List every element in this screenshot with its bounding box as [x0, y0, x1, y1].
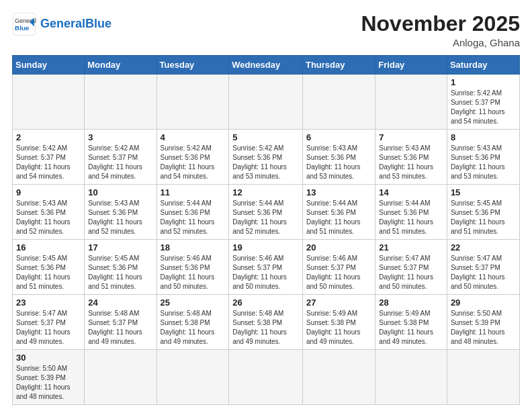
- day-info: Sunrise: 5:49 AMSunset: 5:38 PMDaylight:…: [379, 309, 443, 347]
- day-info: Sunrise: 5:44 AMSunset: 5:36 PMDaylight:…: [232, 199, 299, 236]
- day-number: 18: [161, 242, 226, 253]
- day-info: Sunrise: 5:42 AMSunset: 5:37 PMDaylight:…: [451, 89, 516, 126]
- header: General Blue GeneralBlue November 2025 A…: [12, 12, 520, 48]
- calendar-cell: 6Sunrise: 5:43 AMSunset: 5:36 PMDaylight…: [302, 130, 375, 185]
- week-row-5: 30Sunrise: 5:50 AMSunset: 5:39 PMDayligh…: [13, 350, 520, 405]
- calendar-cell: 17Sunrise: 5:45 AMSunset: 5:36 PMDayligh…: [85, 240, 157, 295]
- day-info: Sunrise: 5:48 AMSunset: 5:37 PMDaylight:…: [88, 309, 152, 347]
- calendar-cell: [447, 350, 519, 405]
- calendar-cell: 30Sunrise: 5:50 AMSunset: 5:39 PMDayligh…: [13, 350, 85, 405]
- day-number: 1: [451, 77, 516, 87]
- day-number: 27: [306, 298, 371, 308]
- calendar-cell: 26Sunrise: 5:48 AMSunset: 5:38 PMDayligh…: [229, 295, 303, 350]
- calendar-cell: [85, 350, 157, 405]
- logo-icon: General Blue: [12, 12, 36, 36]
- week-row-2: 9Sunrise: 5:43 AMSunset: 5:36 PMDaylight…: [13, 185, 520, 240]
- calendar-table: SundayMondayTuesdayWednesdayThursdayFrid…: [12, 55, 520, 405]
- day-info: Sunrise: 5:48 AMSunset: 5:38 PMDaylight:…: [232, 309, 299, 347]
- calendar-cell: 8Sunrise: 5:43 AMSunset: 5:36 PMDaylight…: [447, 130, 519, 185]
- calendar-cell: 14Sunrise: 5:44 AMSunset: 5:36 PMDayligh…: [375, 185, 447, 240]
- calendar-cell: 9Sunrise: 5:43 AMSunset: 5:36 PMDaylight…: [13, 185, 85, 240]
- day-info: Sunrise: 5:42 AMSunset: 5:36 PMDaylight:…: [161, 144, 226, 181]
- day-info: Sunrise: 5:42 AMSunset: 5:37 PMDaylight:…: [88, 144, 152, 181]
- day-header-friday: Friday: [375, 56, 447, 75]
- day-number: 3: [88, 132, 152, 142]
- day-number: 15: [451, 187, 516, 197]
- day-info: Sunrise: 5:46 AMSunset: 5:37 PMDaylight:…: [232, 254, 299, 291]
- calendar-cell: 1Sunrise: 5:42 AMSunset: 5:37 PMDaylight…: [447, 75, 519, 130]
- calendar-header-row: SundayMondayTuesdayWednesdayThursdayFrid…: [13, 56, 520, 75]
- calendar-cell: [302, 350, 375, 405]
- day-info: Sunrise: 5:47 AMSunset: 5:37 PMDaylight:…: [16, 309, 81, 347]
- day-number: 13: [306, 187, 371, 197]
- day-info: Sunrise: 5:43 AMSunset: 5:36 PMDaylight:…: [88, 199, 152, 236]
- day-number: 24: [88, 298, 152, 308]
- day-number: 14: [379, 187, 443, 197]
- day-number: 26: [232, 298, 299, 308]
- calendar-cell: 4Sunrise: 5:42 AMSunset: 5:36 PMDaylight…: [157, 130, 229, 185]
- day-info: Sunrise: 5:46 AMSunset: 5:37 PMDaylight:…: [306, 254, 371, 291]
- day-number: 16: [16, 242, 81, 253]
- logo-text: GeneralBlue: [40, 17, 112, 31]
- calendar-cell: [302, 75, 375, 130]
- svg-text:Blue: Blue: [15, 24, 30, 32]
- logo: General Blue GeneralBlue: [12, 12, 112, 36]
- day-header-monday: Monday: [85, 56, 157, 75]
- calendar-cell: [85, 75, 157, 130]
- calendar-cell: 19Sunrise: 5:46 AMSunset: 5:37 PMDayligh…: [229, 240, 303, 295]
- day-info: Sunrise: 5:46 AMSunset: 5:36 PMDaylight:…: [161, 254, 226, 291]
- calendar-cell: 7Sunrise: 5:43 AMSunset: 5:36 PMDaylight…: [375, 130, 447, 185]
- calendar-cell: 21Sunrise: 5:47 AMSunset: 5:37 PMDayligh…: [375, 240, 447, 295]
- day-header-tuesday: Tuesday: [157, 56, 229, 75]
- page: General Blue GeneralBlue November 2025 A…: [0, 0, 532, 411]
- day-number: 11: [161, 187, 226, 197]
- calendar-cell: 13Sunrise: 5:44 AMSunset: 5:36 PMDayligh…: [302, 185, 375, 240]
- day-header-wednesday: Wednesday: [229, 56, 303, 75]
- day-info: Sunrise: 5:43 AMSunset: 5:36 PMDaylight:…: [16, 199, 81, 236]
- day-number: 12: [232, 187, 299, 197]
- calendar-cell: 16Sunrise: 5:45 AMSunset: 5:36 PMDayligh…: [13, 240, 85, 295]
- logo-blue: Blue: [85, 17, 112, 30]
- day-info: Sunrise: 5:44 AMSunset: 5:36 PMDaylight:…: [306, 199, 371, 236]
- day-number: 10: [88, 187, 152, 197]
- day-info: Sunrise: 5:47 AMSunset: 5:37 PMDaylight:…: [451, 254, 516, 291]
- month-title: November 2025: [361, 12, 520, 36]
- day-number: 22: [451, 242, 516, 253]
- day-number: 23: [16, 298, 81, 308]
- calendar-cell: 3Sunrise: 5:42 AMSunset: 5:37 PMDaylight…: [85, 130, 157, 185]
- calendar-cell: 25Sunrise: 5:48 AMSunset: 5:38 PMDayligh…: [157, 295, 229, 350]
- calendar-cell: 24Sunrise: 5:48 AMSunset: 5:37 PMDayligh…: [85, 295, 157, 350]
- day-info: Sunrise: 5:45 AMSunset: 5:36 PMDaylight:…: [16, 254, 81, 291]
- week-row-0: 1Sunrise: 5:42 AMSunset: 5:37 PMDaylight…: [13, 75, 520, 130]
- day-info: Sunrise: 5:50 AMSunset: 5:39 PMDaylight:…: [16, 364, 81, 402]
- calendar-cell: [157, 350, 229, 405]
- day-number: 7: [379, 132, 443, 142]
- calendar-cell: [229, 350, 303, 405]
- calendar-cell: 12Sunrise: 5:44 AMSunset: 5:36 PMDayligh…: [229, 185, 303, 240]
- day-info: Sunrise: 5:45 AMSunset: 5:36 PMDaylight:…: [451, 199, 516, 236]
- calendar-cell: 20Sunrise: 5:46 AMSunset: 5:37 PMDayligh…: [302, 240, 375, 295]
- day-number: 5: [232, 132, 299, 142]
- day-number: 17: [88, 242, 152, 253]
- calendar-cell: [375, 75, 447, 130]
- day-info: Sunrise: 5:50 AMSunset: 5:39 PMDaylight:…: [451, 309, 516, 347]
- location: Anloga, Ghana: [361, 37, 520, 48]
- calendar-cell: 27Sunrise: 5:49 AMSunset: 5:38 PMDayligh…: [302, 295, 375, 350]
- day-info: Sunrise: 5:45 AMSunset: 5:36 PMDaylight:…: [88, 254, 152, 291]
- calendar-cell: [229, 75, 303, 130]
- day-number: 30: [16, 353, 81, 363]
- day-number: 29: [451, 298, 516, 308]
- day-info: Sunrise: 5:42 AMSunset: 5:36 PMDaylight:…: [232, 144, 299, 181]
- day-number: 6: [306, 132, 371, 142]
- day-info: Sunrise: 5:44 AMSunset: 5:36 PMDaylight:…: [379, 199, 443, 236]
- calendar-cell: [157, 75, 229, 130]
- calendar-cell: 22Sunrise: 5:47 AMSunset: 5:37 PMDayligh…: [447, 240, 519, 295]
- calendar-cell: 11Sunrise: 5:44 AMSunset: 5:36 PMDayligh…: [157, 185, 229, 240]
- day-number: 4: [161, 132, 226, 142]
- day-header-sunday: Sunday: [13, 56, 85, 75]
- day-info: Sunrise: 5:47 AMSunset: 5:37 PMDaylight:…: [379, 254, 443, 291]
- day-header-saturday: Saturday: [447, 56, 519, 75]
- week-row-1: 2Sunrise: 5:42 AMSunset: 5:37 PMDaylight…: [13, 130, 520, 185]
- day-number: 28: [379, 298, 443, 308]
- day-info: Sunrise: 5:43 AMSunset: 5:36 PMDaylight:…: [306, 144, 371, 181]
